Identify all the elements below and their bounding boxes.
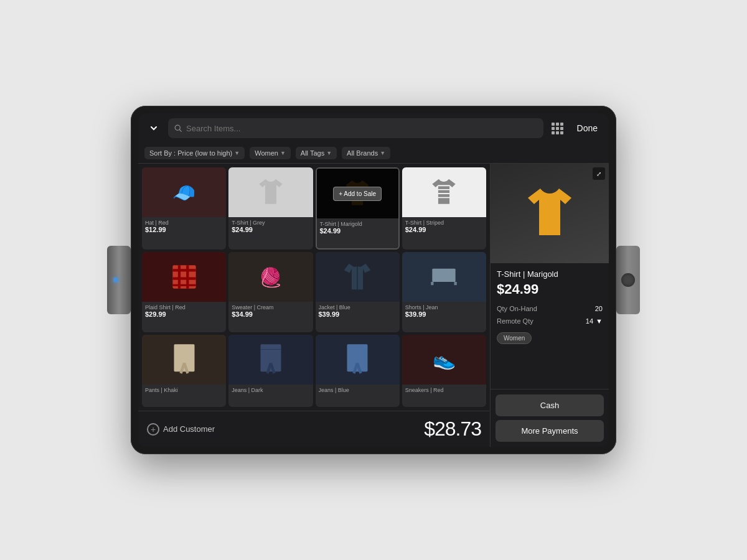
product-card[interactable]: Plaid Shirt | Red$29.99	[142, 252, 226, 332]
product-name: Sweater | Cream	[232, 304, 309, 310]
tags-filter-button[interactable]: All Tags ▼	[296, 147, 337, 159]
remote-qty-row: Remote Qty 14 ▼	[497, 317, 603, 325]
product-price: $39.99	[319, 310, 397, 318]
women-filter-button[interactable]: Women ▼	[250, 147, 291, 159]
product-price: $24.99	[320, 227, 395, 235]
tags-arrow-icon: ▼	[326, 150, 332, 156]
search-icon	[174, 124, 182, 133]
qty-on-hand-value: 20	[595, 305, 603, 312]
product-name: Jacket | Blue	[319, 304, 397, 310]
more-payments-button[interactable]: More Payments	[496, 420, 604, 442]
qty-on-hand-row: Qty On-Hand 20	[497, 305, 603, 312]
add-to-sale-button[interactable]: + Add to Sale	[333, 187, 382, 201]
handle-left	[107, 246, 131, 314]
chevron-down-button[interactable]	[144, 119, 163, 138]
svg-rect-19	[260, 344, 281, 371]
product-card[interactable]: 👟Sneakers | Red	[402, 335, 486, 407]
product-price: $24.99	[232, 226, 309, 233]
svg-rect-13	[433, 269, 456, 282]
search-input[interactable]	[186, 124, 537, 133]
product-name: Plaid Shirt | Red	[145, 304, 223, 310]
women-arrow-icon: ▼	[280, 150, 286, 156]
product-card[interactable]: Jeans | Blue	[316, 335, 400, 407]
right-panel-bottom: Cash More Payments	[491, 389, 609, 447]
right-panel: ⤢ T-Shirt | Marigold $24.99 Qty On-Hand …	[491, 164, 609, 447]
selected-product-name: T-Shirt | Marigold	[497, 269, 603, 279]
product-card[interactable]: 🧢Hat | Red$12.99	[142, 167, 226, 250]
done-button[interactable]: Done	[572, 121, 603, 136]
handle-right	[616, 246, 640, 314]
product-name: Pants | Khaki	[145, 387, 223, 393]
product-card[interactable]: 🧶Sweater | Cream$34.99	[228, 252, 312, 332]
product-name: Jeans | Blue	[319, 387, 397, 393]
total-price: $28.73	[221, 418, 481, 441]
selected-product-price: $24.99	[497, 281, 603, 297]
product-name: T-Shirt | Grey	[232, 220, 309, 226]
product-card[interactable]: T-Shirt | Striped$24.99	[402, 167, 486, 250]
svg-rect-16	[174, 344, 194, 371]
remote-qty-label: Remote Qty	[497, 317, 533, 325]
product-card[interactable]: Jeans | Dark	[228, 335, 312, 407]
products-area: 🧢Hat | Red$12.99T-Shirt | Grey$24.99+ Ad…	[138, 164, 491, 447]
product-card[interactable]: Shorts | Jean$39.99	[402, 252, 486, 332]
expand-icon[interactable]: ⤢	[593, 167, 605, 180]
sort-arrow-icon: ▼	[234, 150, 240, 156]
product-name: Hat | Red	[145, 220, 223, 226]
brands-filter-button[interactable]: All Brands ▼	[342, 147, 390, 159]
add-customer-button[interactable]: + Add Customer	[147, 423, 215, 436]
product-card[interactable]: Jacket | Blue$39.99	[316, 252, 400, 332]
product-price: $24.99	[405, 226, 483, 233]
product-name: T-Shirt | Marigold	[320, 221, 395, 227]
tag-badge[interactable]: Women	[497, 332, 532, 344]
add-customer-plus-icon: +	[147, 423, 159, 436]
products-grid: 🧢Hat | Red$12.99T-Shirt | Grey$24.99+ Ad…	[138, 164, 490, 411]
product-price: $39.99	[405, 310, 483, 318]
brands-arrow-icon: ▼	[380, 150, 385, 156]
product-price: $12.99	[145, 226, 223, 233]
tshirt-image-icon	[522, 182, 578, 245]
add-customer-label: Add Customer	[163, 424, 215, 434]
selected-product-image: ⤢	[491, 164, 609, 263]
product-name: Sneakers | Red	[405, 387, 483, 393]
grid-view-button[interactable]	[548, 119, 567, 138]
sort-filter-button[interactable]: Sort By : Price (low to high) ▼	[144, 147, 245, 159]
products-bottom: + Add Customer $28.73	[138, 411, 490, 447]
grid-dots-icon	[552, 123, 563, 134]
filter-bar: Sort By : Price (low to high) ▼ Women ▼ …	[138, 143, 609, 164]
tablet-shell: Done Sort By : Price (low to high) ▼ Wom…	[131, 106, 616, 454]
product-card[interactable]: T-Shirt | Grey$24.99	[228, 167, 312, 250]
product-price: $29.99	[145, 310, 223, 318]
remote-qty-value[interactable]: 14 ▼	[586, 317, 603, 325]
product-card[interactable]: Pants | Khaki	[142, 335, 226, 407]
product-name: T-Shirt | Striped	[405, 220, 483, 226]
svg-line-1	[180, 129, 182, 131]
remote-qty-chevron-icon: ▼	[596, 317, 603, 325]
svg-rect-23	[347, 344, 368, 371]
cash-button[interactable]: Cash	[496, 394, 604, 416]
top-bar: Done	[138, 113, 609, 143]
product-price: $34.99	[232, 310, 309, 318]
selected-product-details: T-Shirt | Marigold $24.99 Qty On-Hand 20…	[491, 263, 609, 389]
qty-on-hand-label: Qty On-Hand	[497, 305, 537, 312]
main-content: 🧢Hat | Red$12.99T-Shirt | Grey$24.99+ Ad…	[138, 164, 609, 447]
product-name: Jeans | Dark	[232, 387, 309, 393]
product-name: Shorts | Jean	[405, 304, 483, 310]
tablet-screen: Done Sort By : Price (low to high) ▼ Wom…	[138, 113, 609, 447]
search-bar[interactable]	[168, 118, 543, 138]
product-card[interactable]: + Add to Sale+ Add to SaleT-Shirt | Mari…	[316, 167, 400, 250]
